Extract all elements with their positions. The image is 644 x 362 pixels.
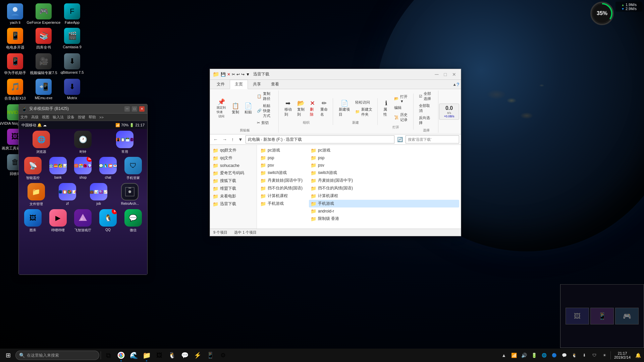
fe-close-button[interactable]: ✕ (450, 71, 458, 78)
paste-button[interactable]: 📄 粘贴 (242, 101, 254, 116)
fe-minimize-button[interactable]: ─ (433, 71, 440, 78)
taskbar-photos[interactable]: 🖼 (153, 349, 165, 361)
android-menu-help[interactable]: 帮助 (89, 115, 96, 120)
notification-center-button[interactable]: 🔔 (633, 351, 643, 360)
sidebar-qqgroup[interactable]: 📁 qq群文件 (210, 146, 257, 154)
history-button[interactable]: 📜 历史记录 (392, 112, 411, 123)
android-menu-device[interactable]: 设备 (67, 115, 74, 120)
fe-tab-file[interactable]: 文件 (212, 80, 230, 89)
sidebar-aiqiyi[interactable]: 📁 爱奇艺号码码 (210, 169, 257, 177)
android-menu-more[interactable]: >> (99, 115, 104, 119)
copy-path-button[interactable]: 📋 复制路径 (255, 90, 276, 102)
sidebar-xunlei[interactable]: 📁 迅雷下载 (210, 200, 257, 208)
app-job[interactable]: 💼 📊 🔍 📈 job (87, 183, 110, 206)
taskbar-chrome[interactable] (115, 349, 127, 361)
sidebar-souhu[interactable]: 📁 搜狐下载 (210, 177, 257, 185)
app-flashgame[interactable]: F 飞智游戏厅 (71, 209, 95, 233)
file-item-pcgame[interactable]: 📁 pc游戏 (259, 146, 306, 154)
fe-tab-view[interactable]: 查看 (266, 80, 284, 89)
edit-button[interactable]: 编辑 (392, 105, 411, 111)
tray-app-6[interactable]: 🛡 (590, 351, 599, 360)
desktop-icon-shipin[interactable]: 🎥 视频编辑专家7.5 (30, 52, 57, 77)
right-item-wind[interactable]: 📁 挡不住的风情(国语) (309, 184, 459, 192)
right-item-android[interactable]: 📁 android-r (309, 207, 459, 215)
android-menu-keyboard[interactable]: 按键 (78, 115, 85, 120)
taskbar-android[interactable]: 📱 (204, 349, 216, 361)
file-item-psp[interactable]: 📁 psp (259, 154, 306, 162)
new-folder-button[interactable]: 📁 新建文件夹 (353, 106, 375, 118)
file-item-wind[interactable]: 📁 挡不住的风情(国语) (259, 184, 306, 192)
tray-app-1[interactable]: 🌐 (539, 351, 549, 360)
app-browser[interactable]: 🌐 浏览器 (30, 131, 53, 154)
fe-maximize-button[interactable]: □ (442, 71, 449, 78)
app-bilibili[interactable]: ▶ 哔哩哔哩 (46, 209, 70, 233)
sidebar-sohu[interactable]: 📁 sohucache (210, 162, 257, 169)
taskview-button[interactable]: ⧉ (102, 349, 114, 361)
android-minimize-button[interactable]: ─ (124, 106, 130, 112)
start-button[interactable]: ⊞ (1, 349, 15, 361)
tray-app-3[interactable]: 💬 (559, 351, 569, 360)
desktop-icon-yachli[interactable]: yach li (2, 2, 29, 26)
desktop-icon-geforce[interactable]: 🎮 GeForce Experience (30, 2, 57, 26)
desktop-icon-fakeapp[interactable]: F FakeApp (59, 2, 86, 26)
taskbar-qq[interactable]: 🐧 (166, 349, 178, 361)
ribbon-collapse-button[interactable]: ▲ (452, 82, 457, 87)
taskbar-edge[interactable]: 🌊 (128, 349, 140, 361)
app-shop[interactable]: 🛒 🏪 🛍 💎 34 shop (71, 157, 95, 180)
app-changyong[interactable]: 📱 📋 📩 🗓 常用 (113, 131, 137, 154)
tray-network[interactable]: 📶 (509, 351, 519, 360)
right-item-switch[interactable]: 📁 switch游戏 (309, 169, 459, 177)
copy-button[interactable]: 📋 复制 (229, 101, 241, 116)
move-to-button[interactable]: ➡ 移动到 (282, 98, 294, 118)
app-remote[interactable]: 📡 智能遥控 (21, 157, 45, 180)
app-filemanager[interactable]: 📁 文件管理 (24, 183, 48, 206)
android-menu-file[interactable]: 文件 (20, 115, 28, 120)
desktop-icon-huawei[interactable]: 📱 华为手机助手 (2, 52, 29, 77)
new-item-button[interactable]: 📄 新建项目 (336, 98, 352, 118)
desktop-icon-motrix[interactable]: ⬇ Motrix (59, 77, 86, 103)
file-item-psv[interactable]: 📁 psv (259, 162, 306, 169)
fe-search-input[interactable] (406, 135, 459, 143)
tray-app-5[interactable]: ⬇ (580, 351, 589, 360)
right-item-computer[interactable]: 📁 计算机课程 (309, 192, 459, 200)
app-clock[interactable]: 🕐 时钟 (71, 131, 95, 154)
right-item-mobile[interactable]: 📁 手机游戏 (309, 200, 459, 207)
tray-arrow-button[interactable]: ▲ (499, 351, 508, 360)
app-gallery[interactable]: 🖼 图库 (21, 209, 45, 233)
taskbar-settings[interactable]: ⚙ (217, 349, 229, 361)
file-item-danish[interactable]: 📁 丹麦娃娃(国语中字) (259, 177, 306, 184)
file-item-switch[interactable]: 📁 switch游戏 (259, 169, 306, 177)
app-zf[interactable]: 🏛 📋 📌 📝 zf (56, 183, 79, 206)
android-menu-input[interactable]: 输入法 (53, 115, 64, 120)
taskbar-fileexplorer[interactable]: 📁 (141, 349, 153, 361)
app-wechat[interactable]: 💬 微信 (121, 209, 145, 233)
clock-display[interactable]: 21:17 2019/2/14 (612, 351, 633, 360)
invert-select-button[interactable]: 反向选择 (417, 115, 435, 126)
fe-path-bar[interactable]: 此电脑 › 新加卷 (F:) › 迅雷下载 (246, 135, 394, 143)
desktop-icon-siku[interactable]: 📚 四库全书 (30, 26, 57, 52)
nav-recent-button[interactable]: ▼ (236, 136, 245, 143)
file-item-computer[interactable]: 📁 计算机课程 (259, 192, 306, 200)
open-button[interactable]: 📂 打开 ▼ (392, 94, 411, 104)
nav-up-button[interactable]: ↑ (230, 136, 235, 143)
desktop-icon-memu[interactable]: 📲 MEmu.exe (30, 77, 57, 103)
nav-back-button[interactable]: ← (212, 136, 220, 143)
desktop-icon-camtasia[interactable]: 🎬 Camtasia 9 (59, 26, 86, 52)
app-retroarch[interactable]: RetroArch... (118, 183, 142, 206)
cut-button[interactable]: ✂ 剪切 (255, 120, 276, 126)
android-menu-view[interactable]: 视图 (42, 115, 49, 120)
tray-app-2[interactable]: 🔵 (549, 351, 559, 360)
taskbar-search-bar[interactable]: 🔍 在这里输入来搜索 (15, 351, 99, 360)
properties-button[interactable]: ℹ 属性 (381, 98, 391, 118)
right-item-psv[interactable]: 📁 psv (309, 162, 459, 169)
nav-refresh-button[interactable]: 🔄 (395, 136, 405, 143)
right-item-psp[interactable]: 📁 psp (309, 154, 459, 162)
app-chat[interactable]: 💬 🐧 📨 💌 chat (96, 157, 120, 180)
tray-volume[interactable]: 🔊 (519, 351, 529, 360)
right-item-danish[interactable]: 📁 丹麦娃娃(国语中字) (309, 177, 459, 184)
app-qq[interactable]: 🐧 5 QQ (96, 209, 120, 233)
paste-shortcut-button[interactable]: 🔗 粘贴快捷方式 (255, 103, 276, 119)
fe-tab-home[interactable]: 主页 (230, 80, 248, 89)
android-maximize-button[interactable]: □ (132, 106, 137, 112)
app-security[interactable]: 🛡 手机管家 (121, 157, 145, 180)
